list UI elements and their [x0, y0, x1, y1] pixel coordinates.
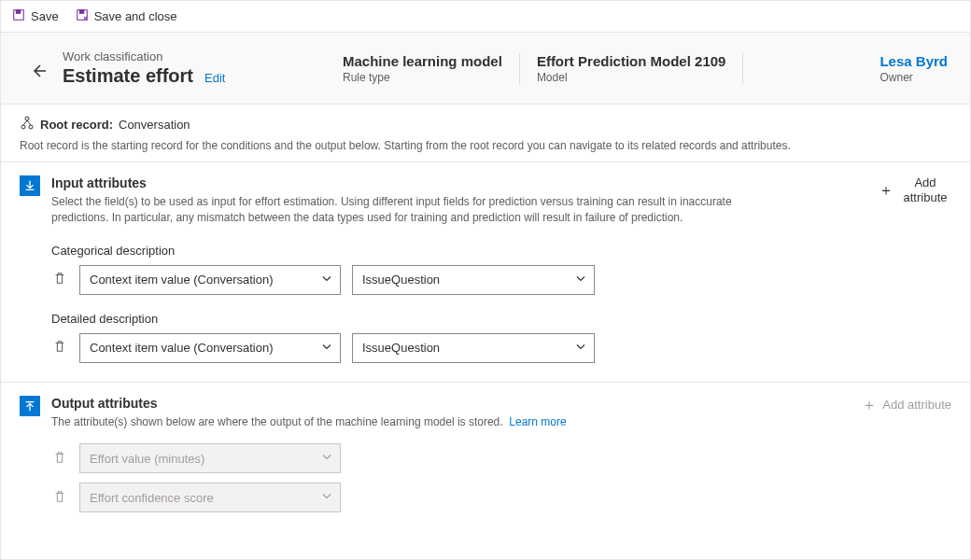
output-field-dropdown: Effort confidence score: [79, 483, 341, 512]
delete-attribute-button[interactable]: [51, 340, 68, 357]
save-button[interactable]: Save: [12, 8, 59, 24]
attr-group-label: Categorical description: [51, 244, 951, 258]
input-body: Input attributes Select the field(s) to …: [51, 175, 951, 372]
output-field-dropdown: Effort value (minutes): [79, 443, 341, 473]
save-close-label: Save and close: [94, 9, 177, 23]
page-header: Work classification Estimate effort Edit…: [1, 33, 970, 105]
add-input-attribute-button[interactable]: ＋ Add attribute: [879, 175, 951, 204]
value-text: IssueQuestion: [362, 273, 440, 287]
hierarchy-icon: [20, 116, 35, 133]
trash-icon: [53, 272, 66, 287]
owner-label: Owner: [880, 71, 948, 84]
edit-link[interactable]: Edit: [204, 71, 225, 85]
chevron-down-icon: [321, 273, 332, 287]
output-row: Effort confidence score: [51, 483, 951, 512]
trash-icon: [53, 340, 66, 356]
owner-link[interactable]: Lesa Byrd: [880, 53, 948, 69]
save-close-icon: [76, 8, 89, 24]
chevron-down-icon: [321, 452, 332, 466]
header-meta: Machine learning model Rule type Effort …: [343, 53, 948, 84]
input-attributes-section: Input attributes Select the field(s) to …: [1, 161, 970, 382]
model-value: Effort Prediction Model 2109: [537, 53, 726, 69]
trash-icon: [53, 451, 66, 467]
output-desc: The attribute(s) shown below are where t…: [51, 414, 567, 430]
chevron-down-icon: [321, 341, 332, 355]
field-dropdown[interactable]: Context item value (Conversation): [79, 265, 341, 295]
save-icon: [12, 8, 25, 24]
output-attributes-section: Output attributes The attribute(s) shown…: [1, 382, 970, 531]
delete-attribute-button[interactable]: [51, 272, 68, 288]
page-title: Estimate effort: [63, 65, 193, 87]
attr-row: Context item value (Conversation) IssueQ…: [51, 333, 951, 363]
output-rows: Effort value (minutes) Effort confidence…: [51, 443, 951, 512]
svg-point-5: [21, 125, 25, 129]
rule-type-col: Machine learning model Rule type: [343, 53, 519, 84]
save-label: Save: [31, 9, 59, 23]
attr-group-detailed: Detailed description Context item value …: [51, 312, 951, 363]
value-dropdown[interactable]: IssueQuestion: [352, 333, 595, 363]
output-body: Output attributes The attribute(s) shown…: [51, 396, 951, 522]
output-field-value: Effort confidence score: [90, 491, 214, 505]
svg-point-6: [29, 125, 33, 129]
attr-group-label: Detailed description: [51, 312, 951, 326]
field-value: Context item value (Conversation): [90, 273, 274, 287]
value-text: IssueQuestion: [362, 341, 440, 355]
rule-type-label: Rule type: [343, 71, 502, 84]
root-record-label: Root record:: [40, 118, 113, 132]
chevron-down-icon: [575, 273, 586, 287]
input-head-row: Input attributes Select the field(s) to …: [51, 175, 951, 227]
output-title: Output attributes: [51, 396, 567, 411]
svg-point-4: [25, 117, 29, 120]
plus-icon: ＋: [879, 181, 894, 199]
root-record-row: Root record: Conversation: [20, 116, 951, 133]
model-col: Effort Prediction Model 2109 Model: [519, 53, 744, 84]
delete-output-button: [51, 489, 68, 506]
input-icon: [20, 175, 40, 196]
rule-type-value: Machine learning model: [343, 53, 502, 69]
output-row: Effort value (minutes): [51, 443, 951, 473]
back-button[interactable]: [23, 57, 53, 87]
root-record-strip: Root record: Conversation Root record is…: [1, 105, 970, 161]
arrow-left-icon: [31, 63, 46, 81]
page-title-row: Estimate effort Edit: [63, 65, 343, 87]
add-input-label: Add attribute: [899, 175, 951, 204]
chevron-down-icon: [575, 341, 586, 355]
breadcrumb: Work classification: [63, 49, 343, 63]
input-title: Input attributes: [51, 175, 761, 190]
svg-rect-3: [79, 10, 83, 14]
plus-icon: ＋: [862, 396, 877, 413]
chevron-down-icon: [321, 491, 332, 505]
trash-icon: [53, 490, 66, 506]
root-record-desc: Root record is the starting record for t…: [20, 139, 951, 152]
value-dropdown[interactable]: IssueQuestion: [352, 265, 595, 295]
command-bar: Save Save and close: [1, 1, 970, 33]
output-icon: [20, 396, 40, 416]
field-value: Context item value (Conversation): [90, 341, 274, 355]
output-field-value: Effort value (minutes): [90, 452, 204, 466]
title-block: Work classification Estimate effort Edit: [63, 49, 343, 87]
learn-more-link[interactable]: Learn more: [509, 415, 566, 428]
attr-group-categorical: Categorical description Context item val…: [51, 244, 951, 295]
save-close-button[interactable]: Save and close: [76, 8, 177, 24]
root-record-value: Conversation: [119, 118, 190, 132]
add-output-attribute-button: ＋ Add attribute: [862, 396, 951, 413]
output-head-row: Output attributes The attribute(s) shown…: [51, 396, 951, 430]
owner-col: Lesa Byrd Owner: [863, 53, 948, 84]
input-desc: Select the field(s) to be used as input …: [51, 194, 761, 227]
output-desc-text: The attribute(s) shown below are where t…: [51, 415, 503, 428]
model-label: Model: [537, 71, 726, 84]
attr-row: Context item value (Conversation) IssueQ…: [51, 265, 951, 295]
add-output-label: Add attribute: [882, 398, 951, 413]
field-dropdown[interactable]: Context item value (Conversation): [79, 333, 341, 363]
svg-rect-1: [16, 10, 20, 14]
delete-output-button: [51, 450, 68, 467]
